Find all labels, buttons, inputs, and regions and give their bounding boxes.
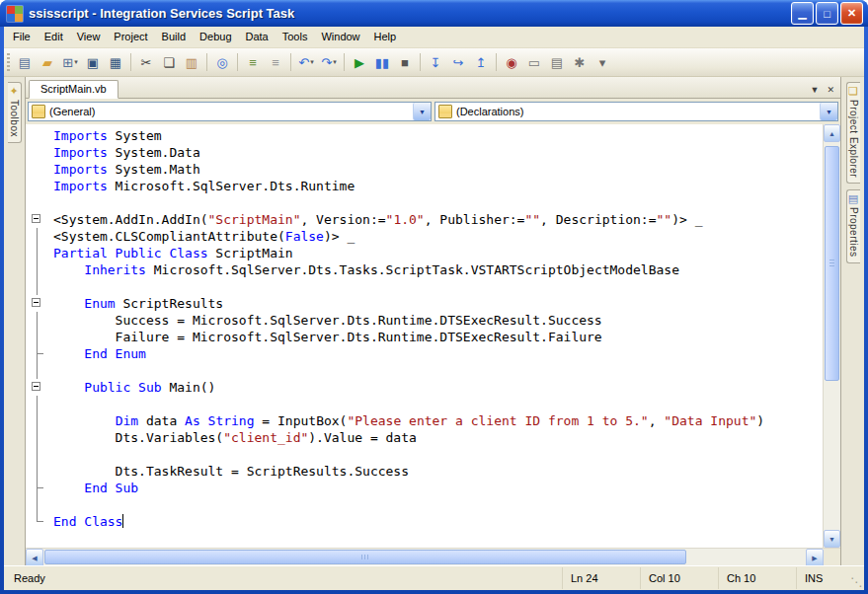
- close-document-icon[interactable]: ✕: [827, 86, 834, 95]
- code-line[interactable]: <System.AddIn.AddIn("ScriptMain", Versio…: [26, 211, 823, 228]
- scroll-down-icon[interactable]: ▼: [824, 530, 840, 548]
- menu-project[interactable]: Project: [107, 28, 154, 46]
- code-line[interactable]: Imports System.Math: [26, 161, 823, 178]
- code-line[interactable]: [26, 194, 823, 211]
- code-line[interactable]: [26, 396, 823, 412]
- open-file-button[interactable]: ▰: [37, 51, 58, 73]
- code-line[interactable]: Dts.Variables("client_id").Value = data: [26, 429, 823, 446]
- fold-collapse-icon[interactable]: [26, 295, 53, 312]
- title-bar[interactable]: ssisscript - Integration Services Script…: [0, 0, 868, 27]
- menu-edit[interactable]: Edit: [38, 28, 70, 46]
- tab-bar-buttons: ▼ ✕: [811, 86, 840, 98]
- menu-file[interactable]: File: [6, 28, 38, 46]
- menu-view[interactable]: View: [70, 28, 108, 46]
- code-line[interactable]: <System.CLSCompliantAttribute(False)> _: [26, 228, 823, 245]
- copy-button[interactable]: ❏: [158, 51, 180, 73]
- save-button[interactable]: ▣: [82, 51, 104, 73]
- declarations-combo[interactable]: (Declarations) ▼: [434, 102, 838, 121]
- code-line[interactable]: Imports System: [26, 127, 823, 144]
- code-line[interactable]: Partial Public Class ScriptMain: [26, 245, 823, 261]
- toolbar-separator: [130, 53, 131, 71]
- save-all-button[interactable]: ▦: [105, 51, 126, 73]
- code-line[interactable]: [26, 496, 823, 513]
- menu-help[interactable]: Help: [367, 28, 404, 46]
- toolbar-grip[interactable]: [7, 53, 10, 71]
- sidebar-tab-properties[interactable]: ▤Properties: [846, 189, 860, 263]
- properties-icon: ▤: [848, 193, 858, 204]
- code-line[interactable]: Public Sub Main(): [26, 379, 823, 396]
- active-files-dropdown-icon[interactable]: ▼: [811, 86, 820, 95]
- find-button[interactable]: ◎: [211, 51, 233, 73]
- undo-button[interactable]: ↶▾: [295, 51, 317, 73]
- vertical-scroll-thumb[interactable]: [825, 146, 839, 381]
- fold-margin: [26, 463, 53, 480]
- general-object-icon: [32, 105, 45, 118]
- code-line[interactable]: End Sub: [26, 480, 823, 496]
- code-text: End Enum: [53, 345, 146, 362]
- code-text: End Class: [53, 513, 123, 530]
- code-line[interactable]: [26, 446, 823, 463]
- comment-lines-button[interactable]: ≡: [242, 51, 264, 73]
- tab-scriptmain[interactable]: ScriptMain.vb: [29, 80, 118, 99]
- maximize-button[interactable]: □: [816, 2, 838, 25]
- break-all-icon: ▮▮: [375, 56, 389, 69]
- vertical-scrollbar[interactable]: ▲ ▼: [823, 124, 840, 548]
- code-line[interactable]: Imports Microsoft.SqlServer.Dts.Runtime: [26, 178, 823, 194]
- breakpoints-window-button[interactable]: ◉: [501, 51, 522, 73]
- code-line[interactable]: Enum ScriptResults: [26, 295, 823, 312]
- objects-combo-arrow-icon[interactable]: ▼: [413, 103, 431, 120]
- fold-collapse-icon[interactable]: [26, 211, 53, 228]
- paste-button[interactable]: ▥: [181, 51, 202, 73]
- declarations-combo-arrow-icon[interactable]: ▼: [820, 103, 837, 120]
- sidebar-tab-toolbox[interactable]: ✦Toolbox: [8, 82, 22, 143]
- code-text: Imports System: [53, 127, 162, 144]
- step-out-button[interactable]: ↥: [470, 51, 492, 73]
- step-into-button[interactable]: ↧: [425, 51, 446, 73]
- code-line[interactable]: Inherits Microsoft.SqlServer.Dts.Tasks.S…: [26, 261, 823, 278]
- objects-combo[interactable]: (General) ▼: [28, 102, 432, 121]
- code-line[interactable]: [26, 278, 823, 295]
- minimize-button[interactable]: ▁: [791, 2, 814, 25]
- cut-button[interactable]: ✂: [135, 51, 157, 73]
- add-item-button[interactable]: ⊞▾: [59, 51, 81, 73]
- close-button[interactable]: ✕: [840, 2, 863, 25]
- fold-margin: [26, 278, 53, 295]
- code-line[interactable]: Imports System.Data: [26, 144, 823, 161]
- code-lines[interactable]: Imports SystemImports System.DataImports…: [26, 124, 823, 548]
- menu-debug[interactable]: Debug: [193, 28, 238, 46]
- menu-data[interactable]: Data: [239, 28, 276, 46]
- code-line[interactable]: End Enum: [26, 345, 823, 362]
- code-line[interactable]: [26, 362, 823, 379]
- code-line[interactable]: Dim data As String = InputBox("Please en…: [26, 412, 823, 429]
- fold-collapse-icon[interactable]: [26, 379, 53, 396]
- menu-window[interactable]: Window: [314, 28, 366, 46]
- code-line[interactable]: Failure = Microsoft.SqlServer.Dts.Runtim…: [26, 329, 823, 345]
- new-project-icon: ▤: [19, 56, 31, 69]
- toolbar-overflow-button[interactable]: ▾: [592, 51, 613, 73]
- output-window-button[interactable]: ▤: [546, 51, 568, 73]
- immediate-window-button[interactable]: ▭: [523, 51, 545, 73]
- new-project-button[interactable]: ▤: [14, 51, 36, 73]
- vertical-scroll-track[interactable]: [824, 142, 840, 530]
- stop-debug-button[interactable]: ■: [394, 51, 416, 73]
- step-over-icon: ↪: [453, 56, 464, 69]
- sidebar-tab-project-explorer[interactable]: ❏Project Explorer: [846, 82, 860, 184]
- horizontal-scroll-thumb[interactable]: [44, 550, 686, 564]
- horizontal-scroll-track[interactable]: [43, 549, 806, 565]
- menu-tools[interactable]: Tools: [276, 28, 315, 46]
- code-line[interactable]: End Class: [26, 513, 823, 530]
- options-button[interactable]: ✱: [569, 51, 591, 73]
- code-line[interactable]: Success = Microsoft.SqlServer.Dts.Runtim…: [26, 312, 823, 329]
- code-line[interactable]: Dts.TaskResult = ScriptResults.Success: [26, 463, 823, 480]
- scroll-up-icon[interactable]: ▲: [824, 124, 840, 142]
- fold-margin: [26, 228, 53, 245]
- resize-grip-icon[interactable]: ⋱: [846, 567, 863, 589]
- uncomment-lines-button[interactable]: ≡: [265, 51, 286, 73]
- start-debug-button[interactable]: ▶: [349, 51, 370, 73]
- break-all-button[interactable]: ▮▮: [371, 51, 393, 73]
- redo-button[interactable]: ↷▾: [318, 51, 340, 73]
- code-editor[interactable]: Imports SystemImports System.DataImports…: [26, 124, 840, 548]
- menu-build[interactable]: Build: [155, 28, 193, 46]
- horizontal-scrollbar[interactable]: ◀ ▶: [26, 549, 824, 565]
- step-over-button[interactable]: ↪: [447, 51, 469, 73]
